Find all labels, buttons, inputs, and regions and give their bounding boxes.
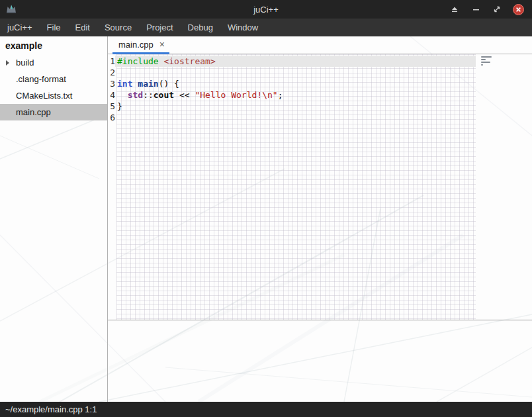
code-text: } <box>115 101 476 112</box>
code-line-4[interactable]: 4 std::cout << "Hello World!\n"; <box>108 89 476 101</box>
code-text: int main() { <box>115 78 476 89</box>
tab-label: main.cpp <box>118 40 154 50</box>
window-title: juCi++ <box>253 5 279 15</box>
minimap-bar <box>481 62 490 63</box>
window-controls <box>449 0 524 19</box>
menubar: juCi++FileEditSourceProjectDebugWindow <box>0 19 532 36</box>
tab-bar: main.cpp × <box>108 36 532 54</box>
restore-icon[interactable] <box>492 4 502 15</box>
line-number: 1 <box>108 56 115 67</box>
tab-main-cpp[interactable]: main.cpp × <box>112 36 169 54</box>
menu-item-project[interactable]: Project <box>139 19 180 36</box>
code-block[interactable]: 1#include <iostream>23int main() {4 std:… <box>108 54 476 320</box>
close-icon[interactable] <box>513 4 524 15</box>
line-number: 4 <box>108 89 115 101</box>
main-column: main.cpp × 1#include <iostream>23int mai… <box>108 36 532 402</box>
menu-item-juci[interactable]: juCi++ <box>0 19 40 36</box>
app-icon <box>5 4 17 15</box>
project-name: example <box>0 36 107 54</box>
code-line-5[interactable]: 5} <box>108 101 476 112</box>
code-line-3[interactable]: 3int main() { <box>108 78 476 89</box>
code-line-2[interactable]: 2 <box>108 67 476 78</box>
eject-icon[interactable] <box>449 4 460 15</box>
file-tree-items: build.clang-formatCMakeLists.txtmain.cpp <box>0 54 107 120</box>
tree-item-build[interactable]: build <box>0 54 107 71</box>
code-line-6[interactable]: 6 <box>108 112 476 123</box>
minimize-icon[interactable] <box>470 4 481 15</box>
minimap-bar <box>481 59 486 60</box>
tree-item-label: build <box>16 58 34 68</box>
tree-item-main-cpp[interactable]: main.cpp <box>0 104 107 120</box>
menu-item-window[interactable]: Window <box>220 19 265 36</box>
status-bar: ~/example/main.cpp 1:1 <box>0 402 532 417</box>
tree-item-clang-format[interactable]: .clang-format <box>0 71 107 87</box>
status-text: ~/example/main.cpp 1:1 <box>5 404 97 414</box>
code-text <box>115 67 476 78</box>
app-window: juCi++ <box>0 0 532 417</box>
content-area: example build.clang-formatCMakeLists.txt… <box>0 36 532 402</box>
file-tree-sidebar: example build.clang-formatCMakeLists.txt… <box>0 36 108 402</box>
tree-item-label: .clang-format <box>16 74 66 84</box>
code-line-1[interactable]: 1#include <iostream> <box>108 56 476 67</box>
line-number: 2 <box>108 67 115 78</box>
minimap[interactable] <box>481 56 494 67</box>
line-number: 3 <box>108 78 115 89</box>
tree-item-cmakelists-txt[interactable]: CMakeLists.txt <box>0 87 107 104</box>
menu-item-debug[interactable]: Debug <box>181 19 220 36</box>
titlebar: juCi++ <box>0 0 532 19</box>
code-text: std::cout << "Hello World!\n"; <box>115 89 476 101</box>
line-number: 6 <box>108 112 115 123</box>
menu-item-file[interactable]: File <box>40 19 68 36</box>
output-panel <box>108 320 532 402</box>
code-text: #include <iostream> <box>115 56 476 67</box>
code-text <box>115 112 476 123</box>
menu-item-source[interactable]: Source <box>97 19 139 36</box>
menu-item-edit[interactable]: Edit <box>68 19 97 36</box>
tree-item-label: main.cpp <box>16 107 51 117</box>
tab-close-icon[interactable]: × <box>159 40 165 49</box>
minimap-bar <box>481 56 492 58</box>
minimap-bar <box>481 64 483 66</box>
line-number: 5 <box>108 101 115 112</box>
expand-arrow-icon[interactable] <box>6 60 9 66</box>
tree-item-label: CMakeLists.txt <box>16 91 72 101</box>
code-editor[interactable]: 1#include <iostream>23int main() {4 std:… <box>108 54 532 320</box>
